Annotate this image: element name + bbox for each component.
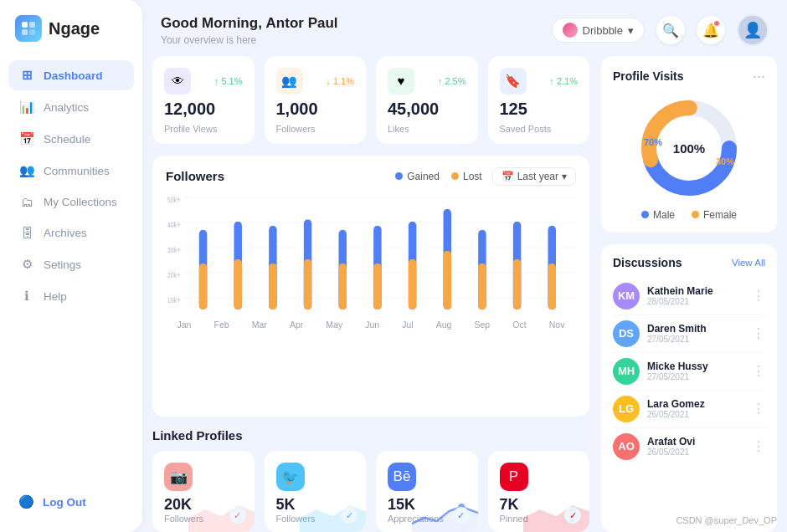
sidebar-item-setings[interactable]: ⚙ Setings [8, 249, 134, 279]
svg-rect-3 [29, 29, 35, 35]
disc-name: Arafat Ovi [647, 436, 744, 448]
nav-icon: ⚙ [18, 257, 35, 272]
chart-month-label: Oct [512, 320, 526, 330]
center-panel: 👁 ↑ 5.1% 12,000 Profile Views 👥 ↓ 1.1% 1… [152, 56, 601, 532]
linked-card-pinterest[interactable]: P 7K Pinned ✓ [488, 451, 590, 532]
profile-visits-card: Profile Visits ··· 70% 30% [601, 56, 777, 233]
disc-more-button[interactable]: ⋮ [752, 325, 765, 341]
stat-label: Saved Posts [500, 124, 579, 134]
nav-label: Dashboard [44, 69, 103, 82]
chart-month-label: Jan [177, 320, 192, 330]
stat-card-1: 👥 ↓ 1.1% 1,000 Followers [265, 56, 367, 144]
nav-label: Analytics [44, 101, 89, 114]
disc-info: Micke Hussy 27/05/2021 [647, 361, 744, 381]
chart-month-label: Mar [252, 320, 267, 330]
notifications-button[interactable]: 🔔 [697, 16, 725, 44]
right-panel: Profile Visits ··· 70% 30% [601, 56, 777, 532]
stat-header: 🔖 ↑ 2.1% [500, 68, 579, 95]
svg-rect-15 [199, 263, 207, 309]
nav-icon: ⊞ [18, 68, 35, 83]
svg-rect-27 [409, 259, 416, 309]
discussion-item[interactable]: KM Kathein Marie 28/05/2021 ⋮ [613, 278, 765, 315]
discussion-item[interactable]: DS Daren Smith 27/05/2021 ⋮ [613, 315, 765, 353]
disc-more-button[interactable]: ⋮ [752, 438, 765, 454]
stat-value: 1,000 [276, 100, 355, 119]
svg-rect-2 [22, 29, 28, 35]
filter-button[interactable]: 📅 Last year ▾ [492, 167, 576, 186]
discussion-item[interactable]: LG Lara Gomez 26/05/2021 ⋮ [613, 391, 765, 428]
logo-text: Ngage [49, 19, 100, 38]
legend-dot [451, 172, 459, 180]
stat-value: 45,000 [388, 100, 466, 119]
svg-rect-19 [269, 263, 276, 309]
disc-avatar: DS [613, 320, 640, 347]
legend-item-lost: Lost [451, 171, 482, 182]
sidebar-item-my-collections[interactable]: 🗂 My Collections [8, 187, 134, 217]
greeting-sub: Your overview is here [161, 33, 338, 48]
stat-label: Followers [276, 124, 355, 134]
user-avatar[interactable]: 👤 [737, 14, 769, 46]
sidebar-item-archives[interactable]: 🗄 Archives [8, 218, 134, 248]
main-content: Good Morning, Antor Paul Your overview i… [142, 0, 787, 532]
stat-trend: ↑ 5.1% [214, 76, 243, 86]
donut-center-label: 100% [673, 141, 705, 155]
disc-more-button[interactable]: ⋮ [752, 401, 765, 417]
svg-text:70%: 70% [644, 137, 662, 147]
svg-rect-35 [548, 263, 556, 309]
svg-text:20k+: 20k+ [167, 271, 181, 279]
sidebar-item-communities[interactable]: 👥 Communities [8, 156, 134, 186]
disc-avatar: KM [613, 283, 640, 309]
nav-label: Archives [44, 227, 87, 239]
disc-info: Daren Smith 27/05/2021 [647, 323, 744, 344]
svg-rect-21 [304, 259, 311, 309]
logout-icon: 🔵 [18, 494, 34, 509]
logo-icon [15, 15, 42, 42]
disc-info: Kathein Marie 28/05/2021 [647, 285, 744, 306]
svg-rect-25 [373, 263, 381, 309]
profile-visits-more[interactable]: ··· [753, 68, 765, 85]
chart-month-label: Nov [549, 320, 565, 330]
platform-selector[interactable]: Dribbble ▾ [552, 18, 645, 43]
nav-icon: 📊 [18, 100, 35, 115]
pv-legend-dot [692, 211, 699, 218]
disc-date: 27/05/2021 [647, 335, 744, 344]
view-all-button[interactable]: View All [732, 258, 765, 268]
discussion-item[interactable]: AO Arafat Ovi 26/05/2021 ⋮ [613, 428, 765, 465]
logout-button[interactable]: 🔵 Log Out [0, 487, 142, 517]
pv-legend-item-male: Male [641, 209, 675, 221]
sidebar-nav: ⊞ Dashboard📊 Analytics📅 Schedule👥 Commun… [0, 60, 142, 480]
disc-name: Lara Gomez [647, 398, 744, 410]
linked-check: ✓ [453, 507, 470, 524]
disc-avatar: AO [613, 433, 640, 460]
disc-more-button[interactable]: ⋮ [752, 363, 765, 379]
greeting: Good Morning, Antor Paul Your overview i… [161, 13, 338, 48]
chart-area: 50k+40k+30k+20k+10k+ [166, 191, 576, 316]
followers-section: Followers GainedLost 📅 Last year ▾ 50k+4… [152, 156, 589, 417]
nav-icon: 👥 [18, 163, 35, 178]
disc-more-button[interactable]: ⋮ [752, 288, 765, 304]
linked-card-twitter[interactable]: 🐦 5K Followers ✓ [265, 451, 367, 532]
sidebar-item-dashboard[interactable]: ⊞ Dashboard [8, 60, 134, 90]
greeting-main: Good Morning, Antor Paul [161, 13, 338, 33]
discussions-list: KM Kathein Marie 28/05/2021 ⋮ DS Daren S… [613, 278, 765, 465]
svg-text:10k+: 10k+ [167, 296, 181, 304]
linked-card-instagram[interactable]: 📷 20K Followers ✓ [152, 451, 255, 532]
sidebar-item-schedule[interactable]: 📅 Schedule [8, 124, 134, 154]
logo: Ngage [0, 15, 142, 60]
legend-dot [395, 172, 403, 180]
discussion-item[interactable]: MH Micke Hussy 27/05/2021 ⋮ [613, 353, 765, 391]
stat-icon: 🔖 [500, 68, 527, 95]
pv-legend-dot [641, 211, 649, 218]
nav-label: Schedule [44, 133, 90, 146]
disc-date: 26/05/2021 [647, 448, 744, 457]
chart-month-label: Feb [214, 320, 229, 330]
svg-rect-17 [234, 259, 241, 309]
sidebar-item-analytics[interactable]: 📊 Analytics [8, 92, 134, 122]
sidebar-item-help[interactable]: ℹ Help [8, 281, 134, 311]
chart-month-label: Jun [365, 320, 379, 330]
search-icon: 🔍 [662, 23, 679, 38]
linked-card-behance[interactable]: Bē 15K Appreciations ✓ [376, 451, 478, 532]
stat-trend: ↑ 2.5% [438, 76, 466, 86]
svg-rect-33 [513, 259, 521, 309]
search-button[interactable]: 🔍 [656, 16, 685, 44]
